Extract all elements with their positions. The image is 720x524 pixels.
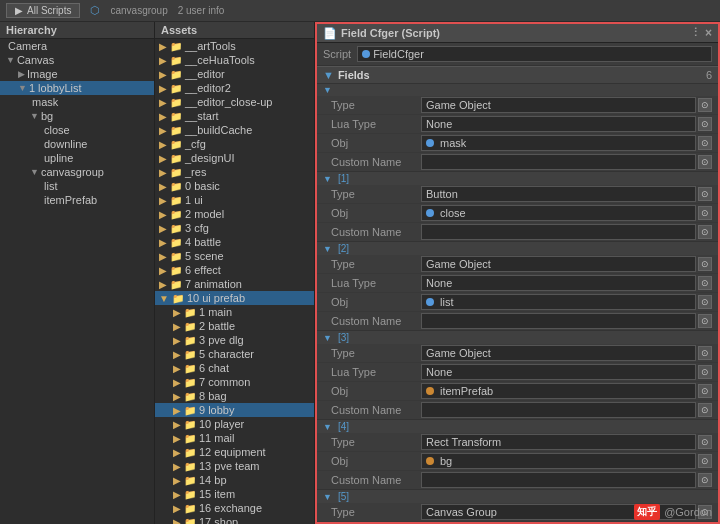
hierarchy-item[interactable]: itemPrefab xyxy=(0,193,154,207)
field-right-btn[interactable]: ⊙ xyxy=(698,117,712,131)
project-folder-item[interactable]: ▶📁__editor xyxy=(155,67,314,81)
field-value-empty[interactable] xyxy=(421,472,696,488)
field-value-text[interactable]: Game Object xyxy=(421,345,696,361)
fields-arrow-icon[interactable]: ▼ xyxy=(323,69,334,81)
project-folder-item[interactable]: ▶📁7 animation xyxy=(155,277,314,291)
field-value-empty[interactable] xyxy=(421,313,696,329)
field-value-text[interactable]: Button xyxy=(421,186,696,202)
field-right-btn[interactable]: ⊙ xyxy=(698,136,712,150)
field-group-header[interactable]: ▼[2] xyxy=(317,242,718,255)
field-right-btn[interactable]: ⊙ xyxy=(698,346,712,360)
project-folder-item[interactable]: ▶📁12 equipment xyxy=(155,445,314,459)
project-folder-item[interactable]: ▶📁1 ui xyxy=(155,193,314,207)
field-value-empty[interactable] xyxy=(421,154,696,170)
project-folder-item[interactable]: ▶📁3 pve dlg xyxy=(155,333,314,347)
field-right-btn[interactable]: ⊙ xyxy=(698,257,712,271)
field-right-btn[interactable]: ⊙ xyxy=(698,454,712,468)
field-right-btn[interactable]: ⊙ xyxy=(698,187,712,201)
project-folder-item[interactable]: ▶📁17 shop xyxy=(155,515,314,524)
field-right-btn[interactable]: ⊙ xyxy=(698,225,712,239)
field-value-empty[interactable] xyxy=(421,402,696,418)
project-folder-item[interactable]: ▶📁_res xyxy=(155,165,314,179)
field-right-btn[interactable]: ⊙ xyxy=(698,384,712,398)
project-folder-item[interactable]: ▶📁3 cfg xyxy=(155,221,314,235)
project-folder-item[interactable]: ▶📁6 effect xyxy=(155,263,314,277)
hierarchy-item[interactable]: mask xyxy=(0,95,154,109)
hierarchy-item[interactable]: ▼Canvas xyxy=(0,53,154,67)
project-folder-item[interactable]: ▶📁2 battle xyxy=(155,319,314,333)
project-folder-item[interactable]: ▶📁__editor2 xyxy=(155,81,314,95)
field-value-obj[interactable]: itemPrefab xyxy=(421,383,696,399)
folder-icon: 📁 xyxy=(184,447,196,458)
project-folder-item[interactable]: ▶📁13 pve team xyxy=(155,459,314,473)
group-index: [3] xyxy=(338,332,349,343)
inspector-menu-icon[interactable]: ⋮ xyxy=(690,26,701,40)
field-value-text[interactable]: Game Object xyxy=(421,256,696,272)
hierarchy-item[interactable]: upline xyxy=(0,151,154,165)
hierarchy-item[interactable]: ▼bg xyxy=(0,109,154,123)
field-value-obj[interactable]: close xyxy=(421,205,696,221)
field-group: ▼[2]TypeGame Object⊙Lua TypeNone⊙Objlist… xyxy=(317,242,718,331)
project-folder-item[interactable]: ▶📁7 common xyxy=(155,375,314,389)
field-value-obj[interactable]: mask xyxy=(421,135,696,151)
field-right-btn[interactable]: ⊙ xyxy=(698,98,712,112)
project-folder-item[interactable]: ▶📁11 mail xyxy=(155,431,314,445)
script-value-field[interactable]: FieldCfger xyxy=(357,46,712,62)
project-folder-item[interactable]: ▶📁_designUI xyxy=(155,151,314,165)
project-folder-item[interactable]: ▶📁6 chat xyxy=(155,361,314,375)
field-right-btn[interactable]: ⊙ xyxy=(698,435,712,449)
field-value-text[interactable]: None xyxy=(421,364,696,380)
project-folder-item[interactable]: ▶📁1 main xyxy=(155,305,314,319)
hierarchy-item[interactable]: ▶Image xyxy=(0,67,154,81)
field-value-text[interactable]: None xyxy=(421,275,696,291)
project-folder-item[interactable]: ▶📁__buildCache xyxy=(155,123,314,137)
project-folder-item[interactable]: ▶📁8 bag xyxy=(155,389,314,403)
field-right-btn[interactable]: ⊙ xyxy=(698,314,712,328)
hierarchy-item[interactable]: ▼canvasgroup xyxy=(0,165,154,179)
field-group-header[interactable]: ▼[1] xyxy=(317,172,718,185)
field-group-header[interactable]: ▼[4] xyxy=(317,420,718,433)
field-value-obj[interactable]: bg xyxy=(421,453,696,469)
field-right-btn[interactable]: ⊙ xyxy=(698,155,712,169)
field-value-text[interactable]: None xyxy=(421,116,696,132)
hierarchy-item[interactable]: ▼1 lobbyList xyxy=(0,81,154,95)
field-value-text[interactable]: Game Object xyxy=(421,97,696,113)
field-right-btn[interactable]: ⊙ xyxy=(698,295,712,309)
project-folder-item[interactable]: ▶📁16 exchange xyxy=(155,501,314,515)
field-group-header[interactable]: ▼[3] xyxy=(317,331,718,344)
field-right-btn[interactable]: ⊙ xyxy=(698,473,712,487)
project-folder-item[interactable]: ▶📁4 battle xyxy=(155,235,314,249)
project-folder-item[interactable]: ▶📁5 scene xyxy=(155,249,314,263)
project-folder-item[interactable]: ▶📁2 model xyxy=(155,207,314,221)
inspector-close-button[interactable]: × xyxy=(705,26,712,40)
project-folder-item[interactable]: ▶📁__start xyxy=(155,109,314,123)
project-folder-item[interactable]: ▶📁10 player xyxy=(155,417,314,431)
field-right-btn[interactable]: ⊙ xyxy=(698,276,712,290)
field-value-empty[interactable] xyxy=(421,224,696,240)
hierarchy-item[interactable]: close xyxy=(0,123,154,137)
project-folder-item[interactable]: ▶📁__ceHuaTools xyxy=(155,53,314,67)
project-folder-item[interactable]: ▶📁9 lobby xyxy=(155,403,314,417)
field-right-btn[interactable]: ⊙ xyxy=(698,206,712,220)
all-scripts-button[interactable]: ▶ All Scripts xyxy=(6,3,80,18)
hierarchy-item[interactable]: downline xyxy=(0,137,154,151)
project-folder-item[interactable]: ▶📁__artTools xyxy=(155,39,314,53)
project-folder-item[interactable]: ▶📁__editor_close-up xyxy=(155,95,314,109)
hierarchy-item[interactable]: Camera xyxy=(0,39,154,53)
field-value-text[interactable]: Rect Transform xyxy=(421,434,696,450)
field-value-obj[interactable]: list xyxy=(421,294,696,310)
field-right-btn[interactable]: ⊙ xyxy=(698,403,712,417)
obj-value-text: itemPrefab xyxy=(440,385,493,397)
project-folder-item[interactable]: ▶📁5 character xyxy=(155,347,314,361)
field-right-btn[interactable]: ⊙ xyxy=(698,365,712,379)
project-folder-item[interactable]: ▶📁15 item xyxy=(155,487,314,501)
field-group-header[interactable]: ▼ xyxy=(317,84,718,96)
project-folder-item[interactable]: ▶📁_cfg xyxy=(155,137,314,151)
main-layout: Hierarchy Camera▼Canvas▶Image▼1 lobbyLis… xyxy=(0,22,720,524)
project-folder-item[interactable]: ▼📁10 ui prefab xyxy=(155,291,314,305)
project-folder-item[interactable]: ▶📁0 basic xyxy=(155,179,314,193)
hierarchy-item[interactable]: list xyxy=(0,179,154,193)
field-group-header[interactable]: ▼[5] xyxy=(317,490,718,503)
field-label: Custom Name xyxy=(331,474,421,486)
project-folder-item[interactable]: ▶📁14 bp xyxy=(155,473,314,487)
